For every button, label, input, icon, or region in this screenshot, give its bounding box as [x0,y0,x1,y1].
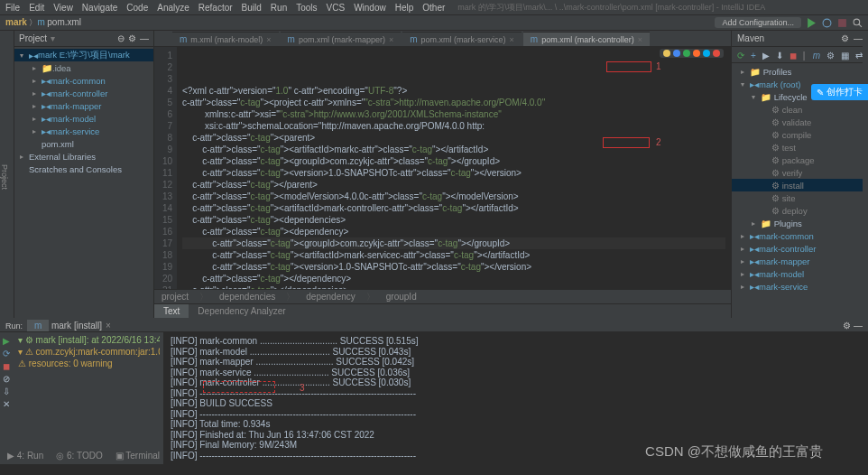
maven-node[interactable]: ▸▸◂ mark-mapper [732,255,868,267]
menu-refactor[interactable]: Refactor [199,3,233,13]
gear-icon[interactable]: ⚙ [128,33,136,43]
menu-edit[interactable]: Edit [29,3,44,13]
project-node[interactable]: Scratches and Consoles [14,163,153,175]
project-node[interactable]: ▾▸◂ mark E:\学习\项目\mark [14,49,153,61]
status-item[interactable]: ◎ 6: TODO [56,451,102,461]
maven-node[interactable]: ⚙ compile [732,128,868,141]
run-icon[interactable] [807,18,817,28]
project-node[interactable]: pom.xml [14,137,153,150]
run-tool-window: Run: m mark [install] × ⚙ — ▶⟳◼⊘⇩✕ ▾ ⚙ m… [0,318,868,448]
editor-tab[interactable]: m pom.xml (mark-service) × [402,32,522,46]
menu-view[interactable]: View [53,3,73,13]
maven-node[interactable]: ▸📁 Profiles [732,65,868,78]
project-node[interactable]: ▸External Libraries [14,150,153,163]
search-icon[interactable] [853,18,863,28]
menu-file[interactable]: File [5,3,20,13]
editor: m m.xml (mark-model) ×m pom.xml (mark-ma… [154,31,731,318]
add-configuration-button[interactable]: Add Configuration... [715,17,801,28]
menu-analyze[interactable]: Analyze [157,3,189,13]
editor-tab[interactable]: m m.xml (mark-model) × [172,32,279,46]
code-area[interactable]: <?xml c-attr">version="1.0" c-attr">enco… [177,47,731,289]
subtab[interactable]: Text [154,304,189,318]
editor-tabs[interactable]: m m.xml (mark-model) ×m pom.xml (mark-ma… [154,31,731,47]
maven-node[interactable]: ▸▸◂ mark-model [732,267,868,280]
svg-point-0 [823,19,831,27]
maven-tool-window: Maven ⚙— ⟳+▶⬇◼ |m⚙▦⇄ ▸📁 Profiles▾▸◂ mark… [731,31,868,318]
run-toolbar[interactable]: ▶⟳◼⊘⇩✕ [0,332,14,464]
status-item[interactable]: ▶ 4: Run [7,451,43,461]
maven-node[interactable]: ⚙ clean [732,103,868,116]
console-output[interactable]: [INFO] mark-common .....................… [163,332,868,464]
project-node[interactable]: ▸▸◂ mark-controller [14,87,153,99]
menu-window[interactable]: Window [354,3,386,13]
project-node[interactable]: ▸▸◂ mark-model [14,112,153,125]
toolbar: mark 〉m pom.xml Add Configuration... [0,15,868,31]
svg-line-3 [859,23,862,26]
menu-navigate[interactable]: Navigate [82,3,117,13]
maven-node[interactable]: ⚙ verify [732,166,868,179]
breadcrumb: mark 〉m pom.xml [5,17,81,29]
maven-node[interactable]: ▸📁 Plugins [732,217,868,229]
collapse-icon[interactable]: ⊖ [117,33,125,43]
menu-tools[interactable]: Tools [296,3,317,13]
maven-node[interactable]: ⚙ install [732,179,868,191]
maven-node[interactable]: ⚙ validate [732,116,868,128]
project-node[interactable]: ▸▸◂ mark-mapper [14,99,153,112]
hide-icon[interactable]: — [854,33,863,43]
debug-icon[interactable] [822,18,832,28]
maven-node[interactable]: ⚙ deploy [732,204,868,217]
menu-build[interactable]: Build [242,3,262,13]
csdn-badge[interactable]: ✎ 创作打卡 [811,84,868,100]
maven-node[interactable]: ⚙ site [732,191,868,204]
menu-run[interactable]: Run [271,3,287,13]
project-tree[interactable]: ▾▸◂ mark E:\学习\项目\mark▸📁 .idea▸▸◂ mark-c… [14,47,153,177]
hide-icon[interactable]: — [140,33,149,43]
menu-vcs[interactable]: VCS [327,3,346,13]
menu-bar: FileEditViewNavigateCodeAnalyzeRefactorB… [0,0,868,15]
editor-tab[interactable]: m pom.xml (mark-mapper) × [281,32,402,46]
maven-node[interactable]: ▸▸◂ mark-service [732,280,868,293]
run-tab-bar[interactable]: Run: m mark [install] × ⚙ — [0,320,868,332]
left-gutter[interactable]: Project [0,31,14,318]
maven-node[interactable]: ▸▸◂ mark-common [732,229,868,242]
maven-node[interactable]: ▸▸◂ mark-controller [732,242,868,255]
menu-help[interactable]: Help [395,3,414,13]
right-gutter[interactable] [863,31,868,318]
maven-node[interactable]: ⚙ package [732,154,868,166]
browser-icons[interactable] [660,49,724,58]
gutter: 12345678910111213141516171819202122 [154,47,177,289]
maven-title: Maven [737,33,764,43]
project-header: Project ▾ ⊖⚙— [14,31,153,47]
maven-node[interactable]: ⚙ test [732,141,868,154]
gear-icon[interactable]: ⚙ — [843,321,863,331]
project-title: Project [19,33,47,43]
menu-code[interactable]: Code [126,3,148,13]
project-tool-window: Project ▾ ⊖⚙— ▾▸◂ mark E:\学习\项目\mark▸📁 .… [14,31,154,318]
status-item[interactable]: ▣ Terminal [115,451,160,461]
project-node[interactable]: ▸▸◂ mark-service [14,125,153,137]
stop-icon[interactable] [837,18,847,28]
project-node[interactable]: ▸📁 .idea [14,61,153,74]
subtab[interactable]: Dependency Analyzer [189,304,294,318]
menu-other[interactable]: Other [422,3,445,13]
code-breadcrumb[interactable]: project 〉 dependencies 〉 dependency 〉 gr… [154,289,731,303]
project-node[interactable]: ▸▸◂ mark-common [14,74,153,87]
editor-subtabs[interactable]: TextDependency Analyzer [154,303,731,318]
maven-toolbar[interactable]: ⟳+▶⬇◼ |m⚙▦⇄ [732,47,868,63]
svg-rect-1 [838,19,846,27]
gear-icon[interactable]: ⚙ [841,33,849,43]
run-tree[interactable]: ▾ ⚙ mark [install]: at 2022/6/16 13:47 运… [14,332,163,464]
editor-tab[interactable]: m pom.xml (mark-controller) × [523,32,650,46]
